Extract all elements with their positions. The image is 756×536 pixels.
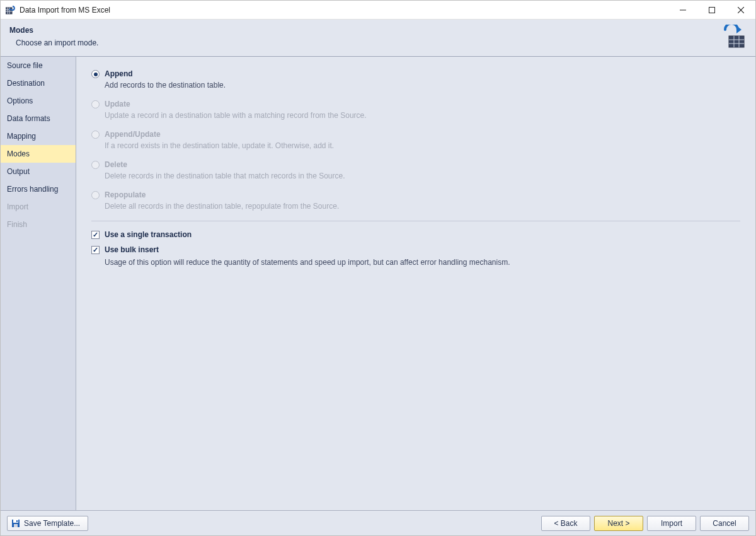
import-header-icon	[721, 25, 747, 50]
svg-rect-10	[729, 36, 744, 47]
sidebar-item-mapping[interactable]: Mapping	[1, 127, 76, 145]
sidebar-item-modes[interactable]: Modes	[1, 145, 76, 163]
window-title: Data Import from MS Excel	[20, 6, 110, 15]
import-button[interactable]: Import	[647, 516, 696, 531]
import-wizard-window: Data Import from MS Excel Modes Choose a…	[0, 0, 756, 536]
radio-icon	[91, 161, 100, 169]
wizard-steps-sidebar: Source file Destination Options Data for…	[1, 57, 76, 510]
mode-label: Append/Update	[105, 130, 161, 139]
next-label: Next >	[607, 519, 629, 528]
wizard-body: Source file Destination Options Data for…	[1, 57, 755, 510]
cancel-label: Cancel	[713, 519, 736, 528]
checkbox-label: Use a single transaction	[105, 230, 192, 239]
sidebar-item-destination[interactable]: Destination	[1, 74, 76, 92]
checkbox-single-transaction[interactable]: Use a single transaction	[91, 230, 740, 239]
separator	[91, 221, 740, 221]
minimize-button[interactable]	[668, 1, 697, 19]
checkbox-label: Use bulk insert	[105, 245, 159, 254]
save-template-label: Save Template...	[24, 519, 80, 528]
app-icon	[6, 5, 16, 15]
checkbox-icon	[91, 231, 100, 239]
mode-label: Repopulate	[105, 190, 146, 199]
page-title: Modes	[9, 26, 747, 35]
sidebar-item-output[interactable]: Output	[1, 163, 76, 180]
page-subtitle: Choose an import mode.	[16, 38, 747, 47]
sidebar-item-source-file[interactable]: Source file	[1, 57, 76, 74]
mode-option-append-update: Append/Update If a record exists in the …	[91, 130, 740, 150]
sidebar-item-finish: Finish	[1, 216, 76, 233]
wizard-footer: Save Template... < Back Next > Import Ca…	[1, 510, 755, 535]
mode-desc: Delete all records in the destination ta…	[105, 202, 740, 211]
mode-desc: Update a record in a destination table w…	[105, 111, 740, 120]
titlebar: Data Import from MS Excel	[1, 1, 755, 20]
mode-label: Delete	[105, 160, 127, 169]
svg-rect-19	[16, 520, 18, 522]
mode-option-update: Update Update a record in a destination …	[91, 100, 740, 120]
svg-marker-15	[736, 26, 742, 33]
save-template-button[interactable]: Save Template...	[7, 516, 88, 531]
import-label: Import	[661, 519, 682, 528]
close-button[interactable]	[726, 1, 755, 19]
back-label: < Back	[554, 519, 577, 528]
radio-icon	[91, 70, 100, 78]
back-button[interactable]: < Back	[541, 516, 590, 531]
radio-icon	[91, 191, 100, 199]
svg-rect-0	[6, 8, 12, 14]
maximize-button[interactable]	[697, 1, 726, 19]
mode-desc: Add records to the destination table.	[105, 81, 740, 90]
svg-rect-18	[14, 524, 18, 527]
content-pane: Append Add records to the destination ta…	[76, 57, 755, 510]
mode-option-append[interactable]: Append Add records to the destination ta…	[91, 69, 740, 90]
radio-icon	[91, 100, 100, 108]
wizard-header: Modes Choose an import mode.	[1, 20, 755, 57]
radio-icon	[91, 131, 100, 139]
mode-label: Append	[105, 69, 133, 78]
next-button[interactable]: Next >	[594, 516, 643, 531]
save-icon	[11, 519, 20, 528]
mode-desc: Delete records in the destination table …	[105, 172, 740, 180]
checkbox-bulk-insert[interactable]: Use bulk insert	[91, 245, 740, 254]
window-controls	[668, 1, 755, 19]
sidebar-item-data-formats[interactable]: Data formats	[1, 110, 76, 127]
sidebar-item-import: Import	[1, 198, 76, 216]
cancel-button[interactable]: Cancel	[700, 516, 749, 531]
svg-rect-7	[709, 7, 715, 13]
checkbox-icon	[91, 246, 100, 254]
bulk-insert-desc: Usage of this option will reduce the qua…	[105, 258, 740, 267]
mode-option-delete: Delete Delete records in the destination…	[91, 160, 740, 180]
mode-label: Update	[105, 100, 130, 108]
sidebar-item-errors-handling[interactable]: Errors handling	[1, 180, 76, 198]
sidebar-item-options[interactable]: Options	[1, 92, 76, 110]
mode-option-repopulate: Repopulate Delete all records in the des…	[91, 190, 740, 211]
mode-desc: If a record exists in the destination ta…	[105, 141, 740, 150]
